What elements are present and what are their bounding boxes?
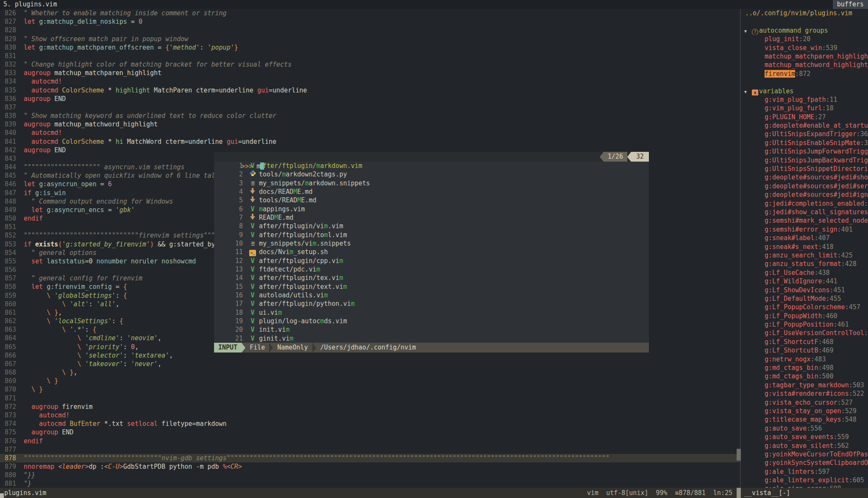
file-result-row[interactable]: 3≡my_snippets/markdown.snippets	[214, 179, 649, 187]
code-line[interactable]: 827let g:matchup_delim_noskips = 0	[0, 17, 740, 26]
code-line[interactable]: 870 \ }	[0, 385, 740, 394]
code-line[interactable]: 877	[0, 445, 740, 454]
sidebar-tag-entry[interactable]: g:Lf_DefaultMode:455	[741, 294, 868, 303]
file-result-row[interactable]: 19Vplugin/log-autocmds.vim	[214, 317, 649, 325]
sidebar-tag-entry[interactable]: g:Lf_ShowDevIcons:451	[741, 286, 868, 294]
sidebar-tag-entry[interactable]: g:Lf_PopupWidth:460	[741, 312, 868, 320]
file-result-row[interactable]: 5tools/README.md	[214, 196, 649, 204]
file-result-row[interactable]: 11>_docs/Nvim_setup.sh	[214, 248, 649, 256]
file-result-row[interactable]: 13Vftdetect/pdc.vim	[214, 265, 649, 274]
sidebar-tag-entry[interactable]: g:titlecase_map_keys:548	[741, 415, 868, 424]
file-result-row[interactable]: 4docs/README.md	[214, 187, 649, 196]
code-line[interactable]: 875 augroup END	[0, 428, 740, 436]
code-line[interactable]: 879nnoremap <leader>dp :<C-U>GdbStartPDB…	[0, 462, 740, 471]
code-line[interactable]: 839augroup matchup_matchword_highlight	[0, 120, 740, 129]
sidebar-tag-entry[interactable]: vista_close_win:539	[741, 44, 868, 52]
sidebar-tag-entry[interactable]: g:UltiSnipsJumpForwardTrigge	[741, 147, 868, 156]
sidebar-tag-entry[interactable]: g:UltiSnipsSnippetDirectorie	[741, 165, 868, 173]
sidebar-tag-entry[interactable]: g:md_ctags_bin:500	[741, 372, 868, 380]
sidebar-tag-entry[interactable]: g:auto_save_events:559	[741, 433, 868, 441]
sidebar-tag-entry[interactable]: g:vista_echo_cursor:527	[741, 398, 868, 407]
sidebar-tag-entry[interactable]: g:anzu_search_limit:425	[741, 251, 868, 260]
sidebar-tag-entry[interactable]: g:semshi#mark_selected_nodes	[741, 216, 868, 225]
sidebar-tag-entry[interactable]: g:UltiSnipsJumpBackwardTrigg	[741, 156, 868, 165]
sidebar-tag-entry[interactable]: g:jedi#completions_enabled:3	[741, 199, 868, 208]
code-line[interactable]: 838" Show matching keyword as underlined…	[0, 112, 740, 120]
code-line[interactable]: 837	[0, 103, 740, 112]
code-line[interactable]: 880"}}	[0, 471, 740, 479]
sidebar-tag-entry[interactable]: g:auto_save_silent:562	[741, 442, 868, 450]
sidebar-tag-entry[interactable]: g:Lf_ShortcutB:469	[741, 346, 868, 355]
buffers-tab[interactable]: buffers	[833, 0, 868, 9]
sidebar-tag-entry[interactable]: g:Lf_PopupColorscheme:457	[741, 303, 868, 311]
sidebar-tag-entry[interactable]: g:deoplete#sources#jedi#serv	[741, 182, 868, 190]
sidebar-tag-entry[interactable]: g:auto_save:556	[741, 424, 868, 433]
sidebar-tag-entry[interactable]: g:vim_plug_fpath:11	[741, 95, 868, 104]
code-line[interactable]: 836augroup END	[0, 95, 740, 103]
code-line[interactable]: 868 \ },	[0, 368, 740, 377]
file-result-row[interactable]: 20Vinit.vim	[214, 325, 649, 334]
code-line[interactable]: 869 \ }	[0, 377, 740, 385]
code-line[interactable]: 873 autocmd!	[0, 411, 740, 420]
file-result-row[interactable]: 6Vmappings.vim	[214, 205, 649, 213]
chevron-down-icon[interactable]: ▼	[744, 88, 752, 95]
sidebar-tag-entry[interactable]: g:Lf_UseVersionControlTool:4	[741, 329, 868, 337]
code-line[interactable]: 828	[0, 26, 740, 34]
sidebar-tag-entry[interactable]: g:sneak#s_next:418	[741, 243, 868, 251]
sidebar-tag-entry[interactable]: g:UltiSnipsExpandTrigger:364	[741, 130, 868, 138]
sidebar-tag-entry[interactable]: g:netrw_nogx:483	[741, 355, 868, 364]
chevron-down-icon[interactable]: ▼	[744, 27, 752, 35]
sidebar-tag-entry[interactable]: g:UltiSnipsEnableSnipMate:36	[741, 139, 868, 147]
sidebar-tag-entry[interactable]: g:vista#renderer#icons:522	[741, 389, 868, 398]
sidebar-tag-entry[interactable]: g:yoinkMoveCursorToEndOfPast	[741, 450, 868, 459]
code-line[interactable]: 878""""""""""""""""""""""""""""""""""""n…	[0, 454, 740, 462]
code-line[interactable]: 874 autocmd BufEnter *.txt setlocal file…	[0, 420, 740, 428]
sidebar-tag-entry[interactable]: g:ale_linters_explicit:605	[741, 476, 868, 484]
file-result-row[interactable]: 10≡my_snippets/vim.snippets	[214, 239, 649, 248]
code-line[interactable]: 829" Show offscreen match pair in popup …	[0, 35, 740, 43]
sidebar-tag-entry[interactable]: matchup_matchparen_highlight:	[741, 52, 868, 61]
sidebar-tag-entry[interactable]: g:Lf_UseCache:438	[741, 269, 868, 277]
sidebar-tag-entry[interactable]: g:vim_plug_furl:18	[741, 104, 868, 112]
scrollbar-thumb[interactable]	[737, 488, 741, 498]
file-result-row[interactable]: 7README.md	[214, 213, 649, 222]
code-line[interactable]: 833augroup matchup_matchparen_highlight	[0, 69, 740, 77]
file-result-row[interactable]: 15Vafter/ftplugin/text.vim	[214, 283, 649, 291]
buffer-tab-label[interactable]: 5. plugins.vim	[3, 0, 57, 8]
sidebar-tag-entry[interactable]: firenvim:872	[741, 70, 868, 78]
sidebar-tag-entry[interactable]: g:yoinkSyncSystemClipboardOn	[741, 459, 868, 467]
sidebar-tag-entry[interactable]: g:Lf_PopupPosition:461	[741, 320, 868, 329]
sidebar-tag-entry[interactable]: g:tagbar_type_markdown:503	[741, 381, 868, 389]
sidebar-tag-entry[interactable]: g:sneak#label:407	[741, 234, 868, 242]
sidebar-tag-entry[interactable]: g:ale_sign_error:608	[741, 484, 868, 488]
sidebar-tag-entry[interactable]: g:ale_linters:597	[741, 467, 868, 476]
file-result-row[interactable]: 1Vafter/ftplugin/markdown.vim	[214, 162, 649, 170]
sidebar-tag-entry[interactable]: g:md_ctags_bin:498	[741, 364, 868, 372]
file-result-row[interactable]: 21Vginit.vim	[214, 334, 649, 343]
file-result-row[interactable]: 18Vui.vim	[214, 308, 649, 317]
sidebar-tag-entry[interactable]: g:deoplete#enable_at_startup	[741, 121, 868, 130]
sidebar-tag-entry[interactable]: g:jedi#show_call_signatures:	[741, 208, 868, 216]
sidebar-tag-entry[interactable]: g:Lf_WildIgnore:441	[741, 277, 868, 285]
file-result-row[interactable]: 12Vafter/ftplugin/cpp.vim	[214, 257, 649, 265]
code-line[interactable]: 834 autocmd!	[0, 77, 740, 86]
code-line[interactable]: 876endif	[0, 437, 740, 445]
code-line[interactable]: 830let g:matchup_matchparen_offscreen = …	[0, 43, 740, 52]
sidebar-tag-entry[interactable]: g:vista_stay_on_open:529	[741, 407, 868, 415]
sidebar-tag-entry[interactable]: matchup_matchword_highlight:	[741, 61, 868, 69]
sidebar-section-header[interactable]: ▼xvariables	[741, 87, 868, 95]
code-line[interactable]: 840 autocmd!	[0, 129, 740, 137]
sidebar-tag-entry[interactable]: g:deoplete#sources#jedi#igno	[741, 190, 868, 199]
code-line[interactable]: 841 autocmd ColorScheme * hi MatchWord c…	[0, 137, 740, 146]
code-line[interactable]: 872 augroup firenvim	[0, 403, 740, 411]
code-line[interactable]: 871	[0, 394, 740, 403]
code-line[interactable]: 867 \ 'takeover': 'never',	[0, 360, 740, 368]
sidebar-tag-entry[interactable]: g:Lf_ShortcutF:468	[741, 338, 868, 346]
sidebar-tag-entry[interactable]: g:deoplete#sources#jedi#show	[741, 173, 868, 182]
code-line[interactable]: 881"}	[0, 479, 740, 488]
scrollbar-thumb[interactable]	[737, 449, 741, 461]
file-result-row[interactable]: 16Vautoload/utils.vim	[214, 291, 649, 299]
sidebar-tag-entry[interactable]: plug_init:20	[741, 35, 868, 43]
fuzzy-search-input[interactable]: >>> m 1/26 32	[214, 152, 649, 162]
code-line[interactable]: 835 autocmd ColorScheme * highlight Matc…	[0, 86, 740, 95]
